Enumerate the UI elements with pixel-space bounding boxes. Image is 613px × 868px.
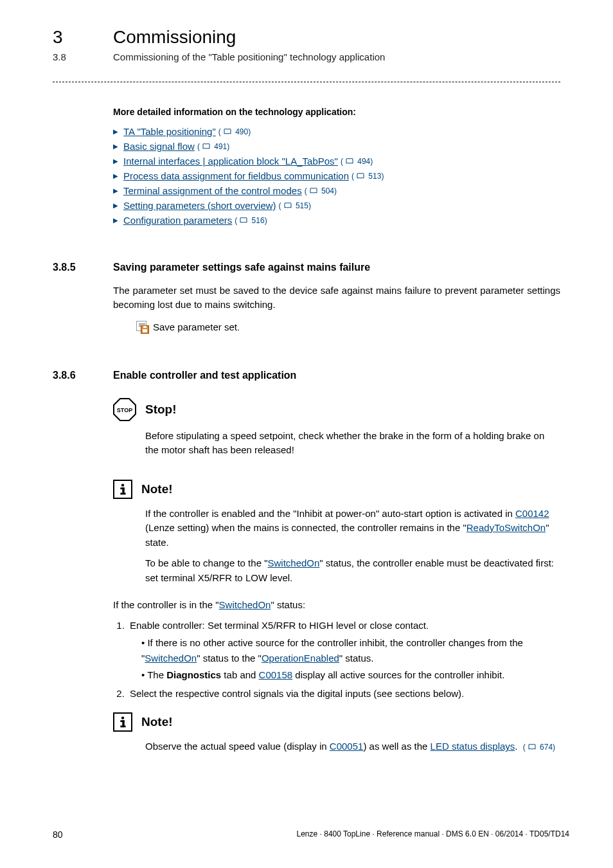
- section-385-title: Saving parameter settings safe against m…: [113, 262, 370, 273]
- reference-link-item: ▶Basic signal flow ( 491): [113, 141, 560, 152]
- section-number: 3.8: [53, 51, 113, 62]
- section-386-heading: 3.8.6 Enable controller and test applica…: [53, 370, 560, 381]
- section-386-number: 3.8.6: [53, 370, 113, 381]
- page-reference: ( 491): [197, 142, 229, 151]
- book-icon: [346, 158, 353, 164]
- triangle-icon: ▶: [113, 158, 118, 165]
- chapter-number: 3: [53, 27, 113, 48]
- reference-link-item: ▶Terminal assignment of the control mode…: [113, 185, 560, 196]
- footer-info: Lenze · 8400 TopLine · Reference manual …: [297, 829, 569, 840]
- book-icon: [357, 172, 364, 179]
- reference-link[interactable]: Configuration parameters: [123, 215, 232, 226]
- link-led-status[interactable]: LED status displays: [431, 741, 515, 752]
- section-heading-top: 3.8 Commissioning of the "Table position…: [53, 51, 560, 62]
- reference-link[interactable]: Terminal assignment of the control modes: [123, 185, 302, 196]
- section-385-heading: 3.8.5 Saving parameter settings safe aga…: [53, 262, 560, 273]
- link-switchedon[interactable]: SwitchedOn: [267, 557, 319, 568]
- page-footer: 80 Lenze · 8400 TopLine · Reference manu…: [53, 829, 569, 840]
- section-385-number: 3.8.5: [53, 262, 113, 273]
- stop-icon: STOP: [113, 398, 136, 421]
- book-icon: [202, 143, 210, 149]
- step-1-bullet-2: The Diagnostics tab and C00158 display a…: [141, 667, 560, 682]
- svg-rect-5: [120, 493, 125, 494]
- triangle-icon: ▶: [113, 202, 118, 209]
- save-parameter-label: Save parameter set.: [153, 321, 240, 332]
- page-reference: ( 504): [305, 186, 337, 195]
- note1-paragraph2: To be able to change to the "SwitchedOn"…: [145, 556, 560, 585]
- reference-link-item: ▶Internal interfaces | application block…: [113, 156, 560, 167]
- info-icon: [113, 712, 132, 732]
- page-reference: ( 516): [235, 216, 267, 225]
- link-switchedon-2[interactable]: SwitchedOn: [145, 653, 197, 664]
- note2-title: Note!: [141, 715, 173, 729]
- stop-title: Stop!: [145, 402, 177, 417]
- save-icon: [136, 321, 149, 334]
- triangle-icon: ▶: [113, 217, 118, 224]
- step-1-bullet-1: If there is no other active source for t…: [141, 635, 560, 665]
- reference-link[interactable]: Process data assignment for fieldbus com…: [123, 170, 349, 181]
- reference-link-item: ▶Process data assignment for fieldbus co…: [113, 170, 560, 181]
- note2-body: Observe the actual speed value (display …: [145, 739, 560, 754]
- note1-callout: Note! If the controller is enabled and t…: [113, 480, 560, 586]
- page-reference: ( 490): [218, 127, 251, 136]
- section-title: Commissioning of the "Table positioning"…: [113, 51, 385, 62]
- chapter-title: Commissioning: [113, 27, 236, 48]
- reference-link[interactable]: Setting parameters (short overview): [123, 200, 276, 211]
- book-icon: [310, 187, 317, 194]
- reference-link-item: ▶Setting parameters (short overview) ( 5…: [113, 200, 560, 211]
- intro-heading: More detailed information on the technol…: [113, 107, 560, 117]
- svg-text:STOP: STOP: [117, 407, 132, 413]
- procedure-steps: Enable controller: Set terminal X5/RFR t…: [127, 618, 560, 701]
- section-385-body: The parameter set must be saved to the d…: [113, 284, 560, 312]
- reference-link[interactable]: Internal interfaces | application block …: [123, 156, 338, 167]
- stop-callout: STOP Stop! Before stipulating a speed se…: [113, 398, 560, 458]
- reference-link-item: ▶Configuration parameters ( 516): [113, 215, 560, 226]
- step-2: Select the respective control signals vi…: [127, 686, 560, 701]
- triangle-icon: ▶: [113, 187, 118, 194]
- reference-link[interactable]: Basic signal flow: [123, 141, 195, 152]
- link-operationenabled[interactable]: OperationEnabled: [262, 653, 339, 664]
- triangle-icon: ▶: [113, 128, 118, 135]
- section-386-title: Enable controller and test application: [113, 370, 296, 381]
- triangle-icon: ▶: [113, 172, 118, 179]
- triangle-icon: ▶: [113, 143, 118, 150]
- svg-point-6: [121, 717, 124, 719]
- link-c00051[interactable]: C00051: [330, 741, 364, 752]
- note2-callout: Note! Observe the actual speed value (di…: [113, 712, 560, 754]
- divider: [53, 82, 560, 82]
- chapter-heading: 3 Commissioning: [53, 27, 560, 48]
- page-reference: ( 494): [341, 157, 373, 166]
- page-reference: ( 513): [351, 172, 384, 181]
- reference-link-list: ▶TA "Table positioning" ( 490)▶Basic sig…: [113, 126, 560, 226]
- reference-link-item: ▶TA "Table positioning" ( 490): [113, 126, 560, 137]
- svg-rect-9: [120, 726, 125, 728]
- save-parameter-line: Save parameter set.: [136, 321, 560, 334]
- step-1: Enable controller: Set terminal X5/RFR t…: [127, 618, 560, 682]
- book-icon: [224, 128, 231, 134]
- link-c00142[interactable]: C00142: [515, 508, 549, 519]
- note1-title: Note!: [141, 482, 173, 496]
- status-line: If the controller is in the "SwitchedOn"…: [113, 599, 560, 610]
- reference-link[interactable]: TA "Table positioning": [123, 126, 216, 137]
- svg-point-2: [121, 484, 124, 486]
- page-number: 80: [53, 829, 63, 840]
- book-icon: [528, 742, 536, 748]
- info-icon: [113, 480, 132, 499]
- note1-paragraph1: If the controller is enabled and the "In…: [145, 507, 560, 550]
- link-switchedon-status[interactable]: SwitchedOn: [219, 599, 271, 610]
- link-c00158[interactable]: C00158: [259, 669, 293, 680]
- book-icon: [284, 202, 292, 208]
- page-reference: ( 515): [279, 201, 311, 210]
- book-icon: [240, 217, 247, 223]
- stop-body: Before stipulating a speed setpoint, che…: [145, 429, 560, 458]
- link-readytoswitchon[interactable]: ReadyToSwitchOn: [466, 522, 546, 533]
